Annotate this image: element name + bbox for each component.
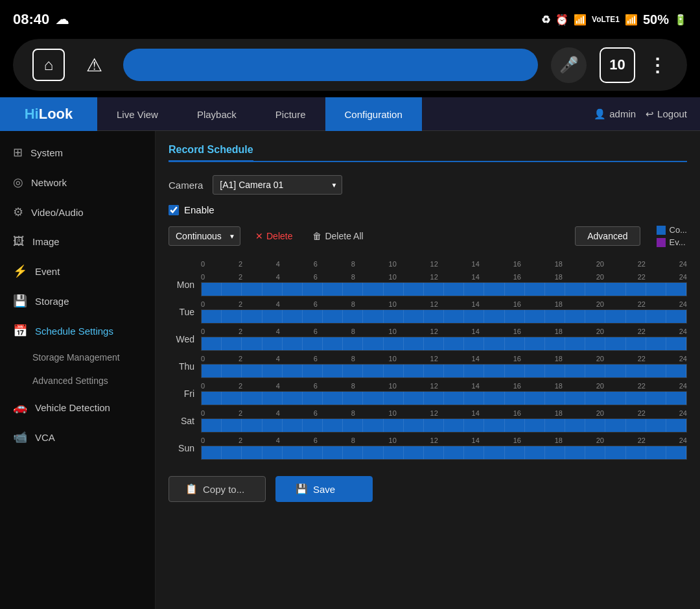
time-ruler-wed: 024681012141618202224 [201, 328, 687, 337]
time-column-sat[interactable]: 024681012141618202224 [201, 409, 687, 433]
nav-links: Live View Playback Picture Configuration [97, 97, 594, 130]
delete-all-button[interactable]: 🗑 Delete All [307, 228, 368, 244]
event-icon: ⚡ [13, 264, 27, 278]
schedule-row-sat: Sat024681012141618202224 [169, 409, 687, 433]
time-bar-fri[interactable] [201, 391, 687, 405]
sidebar-sub-storage-management[interactable]: Storage Management [0, 346, 155, 369]
time-display: 08:40 [13, 11, 49, 28]
save-icon: 💾 [296, 483, 308, 495]
delete-icon: ✕ [255, 231, 263, 241]
logout-button[interactable]: ↩ Logout [646, 108, 687, 120]
main-content: Record Schedule Camera [A1] Camera 01 A2… [156, 131, 700, 609]
time-ruler-mon: 024681012141618202224 [201, 273, 687, 282]
brand-logo: HiLook [0, 97, 97, 131]
content-area: ⊞ System ◎ Network ⚙ Video/Audio 🖼 Image… [0, 131, 700, 609]
badge-button[interactable]: 10 [600, 47, 635, 83]
microphone-button[interactable]: 🎤 [551, 47, 587, 83]
time-column-wed[interactable]: 024681012141618202224 [201, 328, 687, 351]
sidebar-item-vehicle-detection[interactable]: 🚗 Vehicle Detection [0, 392, 155, 422]
time-column-mon[interactable]: 024681012141618202224 [201, 273, 687, 296]
status-bar: 08:40 ☁ ♻ ⏰ 📶 VoLTE1 📶 50% 🔋 [0, 0, 700, 39]
app-container: HiLook Live View Playback Picture Config… [0, 97, 700, 609]
admin-user[interactable]: 👤 admin [594, 108, 636, 120]
video-audio-icon: ⚙ [13, 205, 23, 219]
nav-picture[interactable]: Picture [256, 97, 325, 131]
type-select-wrapper: Continuous Event Motion Alarm [169, 226, 240, 246]
time-bar-mon[interactable] [201, 282, 687, 296]
sidebar-item-event[interactable]: ⚡ Event [0, 256, 155, 286]
time-bar-tue[interactable] [201, 309, 687, 324]
vehicle-icon: 🚗 [13, 400, 27, 414]
delete-button[interactable]: ✕ Delete [250, 228, 298, 244]
sidebar-label-video-audio: Video/Audio [31, 207, 84, 218]
copy-to-button[interactable]: 📋 Copy to... [169, 476, 266, 502]
wifi-icon: 📶 [574, 14, 587, 26]
legend-color-event [657, 238, 666, 247]
time-bar-sun[interactable] [201, 446, 687, 460]
lte-icon: VoLTE1 [592, 15, 620, 24]
page-title-bar: Record Schedule [169, 144, 687, 162]
day-label-tue: Tue [169, 307, 194, 317]
enable-row: Enable [169, 204, 687, 215]
schedule-rows: Mon024681012141618202224Tue0246810121416… [169, 273, 687, 460]
day-label-fri: Fri [169, 388, 194, 399]
nav-live-view[interactable]: Live View [97, 97, 178, 131]
schedule-row-sun: Sun024681012141618202224 [169, 436, 687, 460]
schedule-row-mon: Mon024681012141618202224 [169, 273, 687, 296]
schedule-icon: 📅 [13, 324, 27, 338]
toolbar: Continuous Event Motion Alarm ✕ Delete 🗑… [169, 225, 687, 247]
network-icon: ◎ [13, 175, 23, 189]
camera-select-wrapper: [A1] Camera 01 A2 Camera 02 A3 Camera 03… [213, 175, 342, 195]
sidebar-label-vehicle-detection: Vehicle Detection [35, 402, 110, 413]
day-label-thu: Thu [169, 361, 194, 372]
nav-playback[interactable]: Playback [178, 97, 256, 131]
top-nav: HiLook Live View Playback Picture Config… [0, 97, 700, 131]
camera-select[interactable]: [A1] Camera 01 A2 Camera 02 A3 Camera 03… [213, 175, 342, 195]
sidebar-item-image[interactable]: 🖼 Image [0, 227, 155, 256]
time-bar-sat[interactable] [201, 418, 687, 433]
legend: Co... Ev... [657, 225, 687, 247]
schedule-row-thu: Thu024681012141618202224 [169, 355, 687, 378]
record-type-select[interactable]: Continuous Event Motion Alarm [169, 226, 240, 246]
sidebar-item-vca[interactable]: 📹 VCA [0, 422, 155, 452]
day-label-mon: Mon [169, 280, 194, 290]
sidebar-label-vca: VCA [35, 432, 55, 443]
weather-icon: ☁ [56, 12, 69, 27]
alarm-icon: ⏰ [555, 14, 568, 26]
sidebar-sub-advanced-settings[interactable]: Advanced Settings [0, 369, 155, 392]
storage-icon: 💾 [13, 294, 27, 308]
sidebar-label-event: Event [35, 266, 60, 277]
sidebar-label-schedule-settings: Schedule Settings [35, 326, 113, 337]
sidebar-item-system[interactable]: ⊞ System [0, 137, 155, 167]
time-column-fri[interactable]: 024681012141618202224 [201, 382, 687, 405]
time-bar-wed[interactable] [201, 337, 687, 351]
sidebar-label-system: System [30, 147, 63, 158]
save-button[interactable]: 💾 Save [275, 476, 373, 502]
signal-icon: 📶 [625, 14, 638, 26]
image-icon: 🖼 [13, 235, 25, 248]
time-bar-thu[interactable] [201, 364, 687, 378]
time-ruler-thu: 024681012141618202224 [201, 355, 687, 364]
schedule-grid: 0 2 4 6 8 10 12 14 16 18 20 22 2 [169, 260, 687, 460]
sidebar-item-video-audio[interactable]: ⚙ Video/Audio [0, 197, 155, 227]
enable-checkbox[interactable] [169, 205, 179, 215]
sidebar-item-schedule-settings[interactable]: 📅 Schedule Settings [0, 316, 155, 346]
more-options-button[interactable]: ⋮ [648, 54, 668, 76]
nav-configuration[interactable]: Configuration [325, 97, 422, 131]
time-ruler-tue: 024681012141618202224 [201, 300, 687, 309]
status-right: ♻ ⏰ 📶 VoLTE1 📶 50% 🔋 [541, 12, 687, 27]
sidebar-item-network[interactable]: ◎ Network [0, 167, 155, 197]
alert-icon: ⚠ [78, 49, 110, 81]
copy-icon: 📋 [185, 483, 198, 495]
user-icon: 👤 [594, 108, 606, 120]
advanced-button[interactable]: Advanced [575, 226, 640, 246]
time-column-sun[interactable]: 024681012141618202224 [201, 436, 687, 460]
sidebar: ⊞ System ◎ Network ⚙ Video/Audio 🖼 Image… [0, 131, 156, 609]
home-button[interactable]: ⌂ [32, 49, 65, 81]
time-column-thu[interactable]: 024681012141618202224 [201, 355, 687, 378]
sidebar-label-image: Image [32, 236, 60, 247]
schedule-row-fri: Fri024681012141618202224 [169, 382, 687, 405]
delete-all-icon: 🗑 [312, 231, 321, 241]
sidebar-item-storage[interactable]: 💾 Storage [0, 286, 155, 316]
time-column-tue[interactable]: 024681012141618202224 [201, 300, 687, 324]
